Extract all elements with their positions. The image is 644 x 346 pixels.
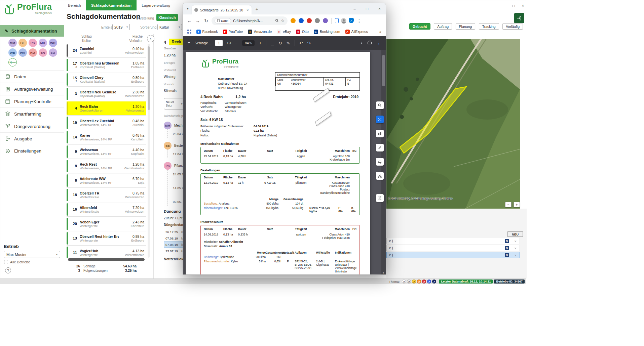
- map-mode-button[interactable]: Auftrag: [434, 23, 452, 30]
- column-header-kultur[interactable]: Kultur: [81, 39, 92, 43]
- schlag-row[interactable]: 13 Oberzell Rest hinter Erdbeere Winterg…: [67, 231, 146, 246]
- theme-badge[interactable]: A: [407, 279, 411, 284]
- extension-icon[interactable]: [323, 18, 328, 23]
- expand-panel-button[interactable]: ›: [147, 35, 154, 42]
- draw-icon[interactable]: ✎: [287, 41, 290, 46]
- minimize-icon[interactable]: –: [348, 3, 361, 14]
- browser-tab[interactable]: Schlagkarte_26.12.2025 10_13_ ×: [192, 5, 252, 14]
- export-button[interactable]: [514, 13, 524, 23]
- scrollbar-thumb[interactable]: [382, 55, 385, 86]
- map-cut-icon[interactable]: [376, 172, 384, 180]
- zoom-page-icon[interactable]: [275, 19, 279, 23]
- zoom-out-icon[interactable]: −: [235, 41, 238, 46]
- category-badge[interactable]: SO: [49, 48, 57, 57]
- redo-icon[interactable]: ↷: [307, 41, 311, 46]
- theme-badge[interactable]: A: [427, 279, 431, 284]
- theme-badge[interactable]: A: [432, 279, 436, 284]
- bookmark-item[interactable]: e eBay: [277, 30, 291, 34]
- extension-icon[interactable]: [307, 18, 312, 23]
- sidebar-item-schlagdokumentation[interactable]: ✎ Schlagdokumentation: [0, 25, 64, 37]
- map-sliders-icon[interactable]: [376, 194, 384, 202]
- bookmark-item[interactable]: ▶ YouTube: [223, 30, 243, 34]
- profile-avatar[interactable]: [341, 18, 346, 24]
- close-icon[interactable]: ×: [515, 246, 517, 250]
- close-icon[interactable]: ×: [373, 3, 386, 14]
- category-badge[interactable]: BE: [18, 39, 27, 47]
- bookmark-item[interactable]: a Amazon.de: [248, 30, 272, 34]
- column-header-flaeche[interactable]: Fläche: [129, 34, 143, 39]
- undo-icon[interactable]: ↶: [299, 41, 303, 46]
- erntejahr-select[interactable]: 2019 ▾: [112, 24, 130, 30]
- rotate-icon[interactable]: ↻: [278, 41, 282, 46]
- schlag-row[interactable]: 9 Weissenau Winterweizen, 14% RP 4.40 ha…: [67, 145, 146, 159]
- sidebar-item-ausgabe[interactable]: Ausgabe: [0, 132, 64, 145]
- schlag-row[interactable]: 6 Adelsreute WW Winterweizen, 14% RP 6.7…: [67, 174, 146, 188]
- maximize-icon[interactable]: □: [511, 3, 516, 8]
- extension-icon[interactable]: [291, 18, 296, 23]
- schlag-row[interactable]: 17 2 Oberzell neu Erdbeeren Kopfsalat (S…: [67, 58, 146, 72]
- schlag-row[interactable]: 24 Zucchini Zucchini 0.40 ha Winterweize…: [67, 44, 146, 58]
- devices-icon[interactable]: [335, 18, 339, 23]
- tab-search-icon[interactable]: ▾: [187, 7, 189, 10]
- schlag-row[interactable]: 14 Karrer Winterweizen, 14% RP 0.48 ha K…: [67, 130, 146, 144]
- schlag-row[interactable]: 4 Reck Bahn Gemüsekulturen 1.20 ha Winte…: [67, 101, 146, 116]
- scrollbar-thumb[interactable]: [148, 46, 150, 110]
- bookmark-item[interactable]: f Facebook: [196, 30, 218, 34]
- map-edit-icon[interactable]: [376, 144, 384, 152]
- extension-icon[interactable]: [315, 18, 320, 23]
- category-badge[interactable]: ER: [39, 48, 47, 57]
- field-entry-row[interactable]: e ) N ×: [386, 252, 520, 258]
- tab-close-icon[interactable]: ×: [247, 8, 249, 12]
- alle-betriebe-checkbox[interactable]: [4, 260, 8, 264]
- map-mode-button[interactable]: Planung: [456, 23, 476, 30]
- defender-shield-icon[interactable]: ✓: [349, 18, 354, 23]
- category-badge[interactable]: WD: [49, 39, 57, 47]
- sidebar-item-smartfarming[interactable]: Smartfarming: [0, 107, 64, 120]
- extension-icon[interactable]: [299, 18, 304, 23]
- map-vehicle-icon[interactable]: [376, 158, 384, 166]
- schlag-row[interactable]: 19 Oberzell ex Zucchini Winterweizen, 14…: [67, 116, 146, 130]
- category-badge[interactable]: WE: [8, 48, 17, 57]
- scroll-down-icon[interactable]: ▾: [382, 271, 385, 274]
- schlag-row[interactable]: 11 Vogler/Hub Wintergerste 4.13 ha Winte…: [67, 246, 146, 258]
- zoom-out-button[interactable]: −: [505, 202, 512, 207]
- category-badge[interactable]: Nmin: [8, 58, 17, 67]
- download-icon[interactable]: ↓: [361, 41, 363, 45]
- favorite-star-icon[interactable]: ☆: [281, 18, 285, 23]
- column-header-vorkultur[interactable]: Vorkultur: [129, 39, 143, 43]
- schlag-row[interactable]: 18 Oberzell TR Wintertriticale 0.75 ha W…: [67, 188, 146, 202]
- reload-icon[interactable]: ↻: [203, 18, 209, 24]
- module-tab[interactable]: Bereich: [63, 0, 86, 10]
- schlag-row[interactable]: 16 Albersfeld Wintertriticale 7.20 ha Wi…: [67, 203, 146, 217]
- module-tab[interactable]: Lagerverwaltung: [137, 0, 175, 10]
- more-options-icon[interactable]: ⋮: [377, 41, 381, 46]
- zoom-in-icon[interactable]: +: [259, 41, 262, 46]
- sidebar-item-auftragsverwaltung[interactable]: Auftragsverwaltung: [0, 83, 64, 95]
- sidebar-item-planung-kontrolle[interactable]: Planung+Kontrolle: [0, 95, 64, 107]
- close-icon[interactable]: ×: [520, 3, 526, 8]
- apps-grid-icon[interactable]: [187, 30, 191, 34]
- neu-button[interactable]: NEU: [507, 231, 523, 237]
- print-icon[interactable]: [368, 42, 372, 44]
- map-mode-button[interactable]: Vorläufig: [502, 23, 523, 30]
- close-icon[interactable]: ×: [515, 239, 517, 243]
- zoom-in-button[interactable]: +: [514, 202, 520, 207]
- new-tab-button[interactable]: +: [256, 6, 259, 12]
- category-badge[interactable]: KO: [29, 48, 37, 57]
- map-mode-button[interactable]: Tracking: [479, 23, 499, 30]
- field-entry-row[interactable]: e ) N ×: [386, 245, 520, 251]
- zoom-level[interactable]: 84%: [242, 40, 255, 46]
- fit-page-icon[interactable]: [271, 41, 274, 45]
- map-layers-icon[interactable]: [376, 116, 384, 123]
- sidebar-item-daten[interactable]: Daten: [0, 70, 64, 83]
- column-header-schlag[interactable]: Schlag: [81, 34, 92, 39]
- url-text[interactable]: C:/Users/steph/A...: [233, 19, 273, 23]
- list-horizontal-scrollbar[interactable]: [68, 258, 145, 261]
- page-number-input[interactable]: 1: [215, 40, 223, 46]
- category-badge[interactable]: WA: [18, 48, 27, 57]
- darstellung-klassisch-button[interactable]: Klassisch: [156, 14, 178, 21]
- theme-badge[interactable]: A: [417, 279, 421, 284]
- minimize-icon[interactable]: –: [501, 3, 507, 8]
- sidebar-item-einstellungen[interactable]: Einstellungen: [0, 145, 64, 157]
- address-bar[interactable]: Datei C:/Users/steph/A... ☆: [212, 16, 288, 25]
